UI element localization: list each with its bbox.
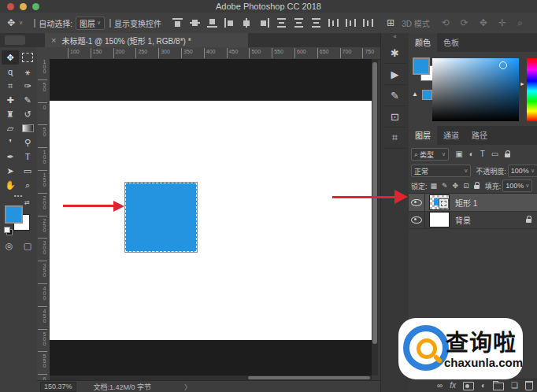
orbit-3d-icon[interactable]: ⟲ xyxy=(442,18,450,28)
gamut-warning-icon[interactable]: ▲ xyxy=(412,91,418,98)
brush-tool[interactable]: ✎ xyxy=(19,93,36,107)
close-tab-icon[interactable]: × xyxy=(51,35,56,45)
zoom-3d-icon[interactable]: ⌕ xyxy=(517,18,523,28)
saturation-brightness-field[interactable] xyxy=(432,58,519,121)
eraser-tool[interactable]: ▱ xyxy=(2,121,19,135)
shapes-panel-icon[interactable]: ✱ xyxy=(384,43,406,64)
layer-thumbnail[interactable] xyxy=(429,194,450,210)
tab-color[interactable]: 颜色 xyxy=(409,33,437,52)
add-layer-mask-icon[interactable] xyxy=(463,382,474,390)
vertical-scrollbar-thumb[interactable] xyxy=(372,62,377,344)
distribute-horizontal-centers-icon[interactable] xyxy=(346,18,356,28)
spot-healing-brush-tool[interactable]: ✚ xyxy=(2,93,19,107)
expand-panels-icon[interactable]: « xyxy=(381,33,409,40)
zoom-level-field[interactable]: 150.37% xyxy=(40,382,76,392)
quick-mask-icon[interactable]: ◎ xyxy=(6,241,13,251)
type-tool[interactable]: T xyxy=(19,150,36,164)
magic-wand-tool[interactable]: ⚹ xyxy=(19,65,36,79)
edit-toolbar-ellipsis[interactable]: ••• xyxy=(0,192,37,199)
tab-channels[interactable]: 通道 xyxy=(437,126,465,145)
filter-shape-layers-icon[interactable]: ▭ xyxy=(491,150,498,158)
distribute-right-edges-icon[interactable] xyxy=(363,18,373,28)
hue-slider-marker-icon[interactable]: ► xyxy=(520,81,525,87)
distribute-top-edges-icon[interactable] xyxy=(276,18,287,28)
hue-slider[interactable] xyxy=(527,58,537,121)
rectangular-marquee-tool[interactable] xyxy=(19,50,36,65)
align-top-edges-icon[interactable] xyxy=(172,18,183,28)
move-tool[interactable]: ✥ xyxy=(2,50,19,65)
align-horizontal-centers-icon[interactable] xyxy=(242,18,252,28)
adjustment-layer-icon[interactable]: ◐ xyxy=(481,382,486,390)
dodge-tool[interactable]: ⚲ xyxy=(19,135,36,150)
show-transform-controls-checkbox[interactable] xyxy=(109,19,111,28)
horizontal-scrollbar-thumb[interactable] xyxy=(248,376,370,379)
lock-transparent-pixels-icon[interactable]: ▦ xyxy=(431,182,438,190)
visibility-toggle[interactable] xyxy=(409,194,425,211)
layer-row-background[interactable]: 背景 xyxy=(409,211,537,229)
eyedropper-tool[interactable]: ✑ xyxy=(19,79,36,93)
layer-thumbnail[interactable] xyxy=(429,212,450,227)
crop-tool[interactable]: ⌗ xyxy=(2,79,19,93)
default-colors-icon[interactable] xyxy=(4,227,12,235)
blur-tool[interactable]: ❜ xyxy=(2,135,19,150)
tab-paths[interactable]: 路径 xyxy=(465,126,494,145)
distribute-left-edges-icon[interactable] xyxy=(328,18,339,28)
properties-panel-icon[interactable]: ⌗ xyxy=(384,128,406,149)
screen-mode-icon[interactable]: ▢ xyxy=(24,241,31,251)
clone-source-panel-icon[interactable]: ⊡ xyxy=(384,106,406,128)
pan-3d-icon[interactable]: ✥ xyxy=(480,18,487,28)
foreground-color-swatch[interactable] xyxy=(5,205,23,224)
path-selection-tool[interactable]: ➤ xyxy=(2,164,19,178)
distribute-spacing-icon[interactable]: ⊞ xyxy=(387,18,394,28)
align-vertical-centers-icon[interactable] xyxy=(190,18,200,28)
visibility-toggle[interactable] xyxy=(409,211,425,228)
distribute-bottom-edges-icon[interactable] xyxy=(311,18,321,28)
swap-colors-icon[interactable]: ⇄ xyxy=(24,199,30,206)
ruler-corner[interactable] xyxy=(37,47,50,60)
vertical-ruler[interactable]: 1005005010015020025030035040045050055060… xyxy=(37,59,50,380)
lock-position-icon[interactable]: ✥ xyxy=(453,182,459,190)
opacity-dropdown[interactable]: 100% ∨ xyxy=(508,165,537,177)
zoom-tool[interactable]: ⌕ xyxy=(19,178,36,192)
foreground-color-swatch[interactable] xyxy=(413,57,430,75)
new-group-icon[interactable] xyxy=(493,383,504,390)
link-layers-icon[interactable]: ∞ xyxy=(437,382,443,390)
chevron-down-icon[interactable]: ∨ xyxy=(19,20,23,26)
brush-settings-panel-icon[interactable]: ✎ xyxy=(384,85,406,106)
filter-adjustment-layers-icon[interactable]: ◐ xyxy=(469,150,474,158)
lock-image-pixels-icon[interactable]: ✎ xyxy=(442,182,448,190)
layer-row-rectangle-1[interactable]: 矩形 1 xyxy=(409,194,537,212)
layer-name[interactable]: 背景 xyxy=(455,214,471,226)
slide-3d-icon[interactable]: ✛ xyxy=(498,18,506,28)
auto-select-checkbox[interactable] xyxy=(34,19,35,28)
roll-3d-icon[interactable]: ⟳ xyxy=(461,18,468,28)
status-options-chevron[interactable]: 〉 xyxy=(184,382,191,392)
filter-type-layers-icon[interactable]: T xyxy=(480,150,485,158)
auto-select-dropdown[interactable]: 图层 ∨ xyxy=(76,17,105,30)
layer-name[interactable]: 矩形 1 xyxy=(455,197,477,209)
vertical-scrollbar[interactable] xyxy=(372,59,378,375)
layer-style-icon[interactable]: fx xyxy=(450,382,456,390)
hand-tool[interactable]: ✋ xyxy=(2,178,19,192)
lock-artboard-icon[interactable]: ⊡ xyxy=(463,182,469,190)
filter-smart-objects-icon[interactable] xyxy=(505,153,510,157)
new-layer-icon[interactable]: ❏ xyxy=(511,382,518,390)
canvas[interactable] xyxy=(50,101,372,340)
lasso-tool[interactable]: ɋ xyxy=(2,65,19,79)
actions-panel-icon[interactable]: ▶ xyxy=(384,64,406,85)
delete-layer-icon[interactable] xyxy=(525,381,533,390)
gradient-tool[interactable] xyxy=(19,121,36,135)
align-bottom-edges-icon[interactable] xyxy=(207,18,217,28)
pen-tool[interactable]: ✒ xyxy=(2,150,19,164)
blend-mode-dropdown[interactable]: 正常 ∨ xyxy=(411,165,471,177)
distribute-vertical-centers-icon[interactable] xyxy=(294,18,304,28)
rectangle-tool[interactable]: ▭ xyxy=(19,164,36,178)
filter-pixel-layers-icon[interactable]: ▣ xyxy=(455,150,462,158)
history-brush-tool[interactable]: ↺ xyxy=(19,107,36,121)
horizontal-ruler[interactable]: 1001502002503003504004505005506006507007… xyxy=(50,47,380,60)
align-right-edges-icon[interactable] xyxy=(259,18,269,28)
toolbar-header[interactable] xyxy=(5,35,25,45)
color-cursor-icon[interactable] xyxy=(499,61,507,69)
fill-dropdown[interactable]: 100% ∨ xyxy=(502,179,532,192)
layer-filter-dropdown[interactable]: ⌕ 类型 ∨ xyxy=(411,148,449,161)
